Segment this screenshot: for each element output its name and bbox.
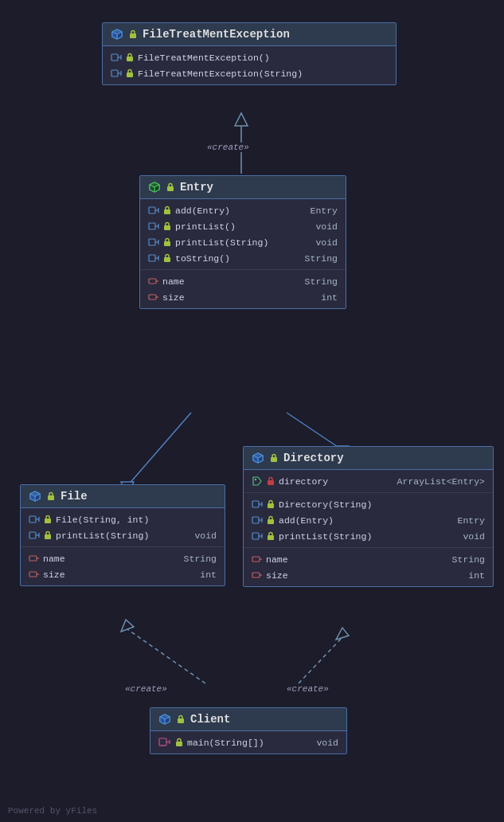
lock-icon [166,182,175,192]
class-file: File File(String, int) printList(String)… [20,484,225,586]
return-type: void [463,531,485,542]
create-label-2: «create» [123,681,169,695]
class-name-directory: Directory [283,452,344,464]
class-name-entry: Entry [180,181,213,194]
method-row: printList(String) void [27,527,218,543]
method-name: toString() [175,253,230,264]
fields-section-file: name String size int [21,547,225,585]
field-name: size [43,570,65,580]
svg-rect-73 [268,480,274,485]
svg-rect-29 [167,186,174,191]
svg-rect-21 [111,70,118,76]
class-icon-directory [252,452,264,464]
lock-icon-sm [266,476,275,486]
svg-rect-38 [149,239,155,245]
field-row: size int [147,289,339,305]
class-header-entry: Entry [140,176,346,199]
svg-rect-88 [252,573,260,577]
field-row-directory-tagged: directory ArrayList<Entry> [250,473,486,489]
method-icon [111,52,122,63]
svg-rect-62 [45,534,51,539]
method-icon [252,499,263,510]
method-name: add(Entry) [279,515,334,526]
lock-icon-sm [162,206,172,215]
class-icon-client [158,713,171,726]
class-client: Client main(String[]) void [150,707,347,754]
method-row: add(Entry) Entry [147,202,339,218]
lock-icon [176,714,186,724]
field-icon [29,569,40,580]
svg-rect-85 [268,535,274,540]
svg-rect-82 [252,533,259,539]
class-icon [111,28,123,41]
lock-icon-sm [266,515,275,525]
methods-section-entry: add(Entry) Entry printList() void printL… [140,199,346,270]
lock-icon-sm [43,515,53,524]
svg-rect-30 [149,207,155,213]
class-entry: Entry add(Entry) Entry printList() void … [139,175,346,309]
field-icon [148,292,159,303]
svg-rect-94 [178,718,184,723]
field-row: name String [27,550,218,566]
lock-icon-sm [162,221,172,231]
method-row: FileTreatMentException(String) [109,65,389,81]
lock-icon-sm [174,738,184,747]
field-name: name [43,554,65,564]
methods-section-file: File(String, int) printList(String) void [21,508,225,547]
method-name: File(String, int) [56,515,149,525]
field-row: name String [250,551,486,567]
lock-icon-sm [125,53,135,62]
return-type: void [316,738,338,748]
svg-rect-78 [252,517,259,523]
svg-rect-55 [29,516,36,523]
method-row: File(String, int) [27,511,218,527]
field-type: int [321,292,338,303]
field-name: size [162,292,185,303]
return-type: String [305,253,338,264]
svg-point-72 [255,479,256,480]
tagged-fields-section-directory: directory ArrayList<Entry> [244,470,493,493]
lock-icon [46,491,56,501]
svg-rect-41 [164,241,170,246]
method-row: Directory(String) [250,496,486,512]
create-label-1: «create» [205,139,251,154]
method-name: printList(String) [279,531,372,542]
method-row: main(String[]) void [157,734,340,750]
method-icon [252,530,263,542]
field-name: name [266,554,288,565]
svg-rect-45 [164,257,170,262]
field-type: String [452,554,485,565]
return-type: void [315,221,338,232]
class-header-file: File [21,485,225,508]
svg-line-4 [127,413,191,486]
abstract-class-icon [148,181,161,194]
field-icon [252,570,263,581]
powered-by-label: Powered by yFiles [8,806,97,816]
class-directory: Directory directory ArrayList<Entry> Dir… [243,446,494,587]
svg-rect-16 [130,33,136,38]
method-name: Directory(String) [279,499,372,510]
svg-rect-48 [149,295,156,299]
methods-section-client: main(String[]) void [150,731,346,754]
svg-rect-42 [149,255,155,261]
lock-icon-sm [266,531,275,541]
svg-rect-71 [271,457,277,462]
svg-rect-20 [127,57,133,61]
tag-icon [252,476,263,487]
class-name-file: File [61,490,88,503]
lock-icon [128,29,138,39]
svg-rect-17 [111,54,118,61]
svg-rect-24 [127,72,133,77]
field-row: name String [147,273,339,289]
svg-rect-33 [164,209,170,214]
method-name: main(String[]) [187,738,264,748]
class-name-filetreatmentexception: FileTreatMentException [143,28,290,41]
method-icon [148,237,159,248]
field-type: int [200,570,217,580]
lock-icon-sm [162,237,172,247]
lock-icon-sm [266,499,275,509]
method-row: printList(String) void [147,234,339,250]
class-name-client: Client [190,713,230,726]
method-row: printList() void [147,218,339,234]
method-icon [252,515,263,526]
